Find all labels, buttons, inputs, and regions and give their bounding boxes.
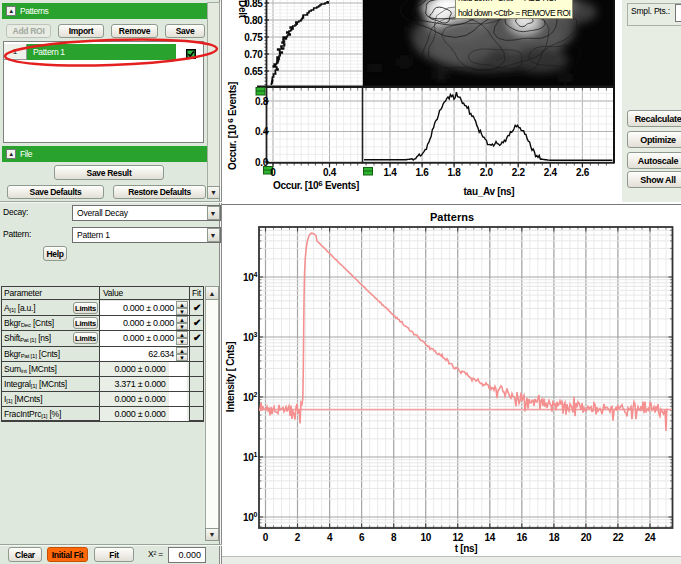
svg-text:0.0: 0.0 xyxy=(255,157,269,168)
svg-text:2.4: 2.4 xyxy=(544,167,558,178)
svg-text:1.6: 1.6 xyxy=(416,167,430,178)
svg-text:0: 0 xyxy=(270,167,276,178)
svg-text:12: 12 xyxy=(452,532,463,543)
svg-text:0.75: 0.75 xyxy=(244,32,263,43)
svg-text:14: 14 xyxy=(485,532,496,543)
svg-text:t [ns]: t [ns] xyxy=(455,543,478,554)
svg-text:2: 2 xyxy=(295,532,301,543)
svg-text:8: 8 xyxy=(391,532,397,543)
svg-text:10: 10 xyxy=(420,532,431,543)
svg-text:20: 20 xyxy=(581,532,592,543)
svg-text:0.4: 0.4 xyxy=(323,167,337,178)
svg-text:Occur. [10 6 Events]: Occur. [10 6 Events] xyxy=(226,82,238,170)
svg-text:2.2: 2.2 xyxy=(512,167,526,178)
svg-text:0.4: 0.4 xyxy=(255,126,269,137)
svg-text:1.4: 1.4 xyxy=(383,167,397,178)
svg-text:2.6: 2.6 xyxy=(576,167,590,178)
svg-text:Intensity [ Cnts]: Intensity [ Cnts] xyxy=(225,342,236,412)
svg-text:0.65: 0.65 xyxy=(244,66,263,77)
svg-text:22: 22 xyxy=(613,532,624,543)
svg-text:6: 6 xyxy=(359,532,365,543)
svg-text:0.8: 0.8 xyxy=(255,96,269,107)
svg-text:Patterns: Patterns xyxy=(430,211,474,223)
svg-text:Delt: Delt xyxy=(237,0,248,19)
svg-text:1.8: 1.8 xyxy=(448,167,462,178)
svg-text:tau_Av [ns]: tau_Av [ns] xyxy=(464,186,515,197)
svg-text:0: 0 xyxy=(263,532,269,543)
svg-text:18: 18 xyxy=(549,532,560,543)
svg-text:Occur. [106 Events]: Occur. [106 Events] xyxy=(273,179,359,191)
svg-text:24: 24 xyxy=(645,532,656,543)
svg-text:0.70: 0.70 xyxy=(244,49,263,60)
svg-text:16: 16 xyxy=(517,532,528,543)
svg-text:4: 4 xyxy=(327,532,333,543)
svg-text:2.0: 2.0 xyxy=(480,167,494,178)
